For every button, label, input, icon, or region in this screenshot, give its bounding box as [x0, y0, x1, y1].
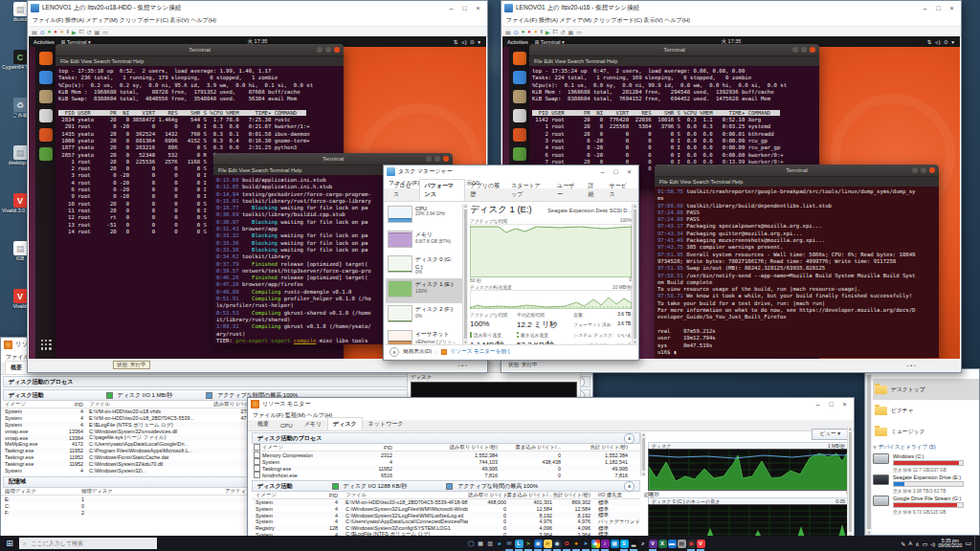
vm-right-titlebar[interactable]: LENOVO1 上の itsv20-u16 - 仮想マシン接続 – □ × — [501, 1, 961, 14]
hidden-icons-chevron[interactable]: ∧ — [915, 540, 919, 547]
toolbar-icon[interactable]: ▶ — [546, 29, 550, 35]
vm-status-icons[interactable]: – ▪ ▫ — [457, 363, 467, 368]
terminal-build-right[interactable]: Terminal File Edit View Search Terminal … — [655, 165, 939, 358]
sidebar-performance-item[interactable]: イーサネット vEthernet (ブリッ... 送信: 304 受信: 24.… — [386, 328, 462, 344]
terminal-window-buttons[interactable] — [317, 47, 340, 53]
toolbar-icon[interactable]: ↺ — [561, 29, 566, 35]
process-column-headers[interactable]: イメージ PID 読み取り (バイト/秒) 書き込み (バイト/... 合計 (… — [252, 444, 640, 452]
tab-processes[interactable]: プロセス — [388, 179, 419, 201]
vm-left-menubar[interactable]: ファイル(F) 操作(A) メディア(M) クリップボード(C) 表示(V) ヘ… — [28, 14, 487, 26]
drive-item[interactable]: Seagate Expansion Drive (E:) 空き領域 3.08 T… — [873, 474, 979, 496]
fewer-details-button[interactable]: 簡易表示(D) — [403, 348, 432, 356]
task-manager-titlebar[interactable]: タスク マネージャー – □ × — [384, 165, 638, 178]
terminal-window-buttons[interactable] — [912, 167, 935, 173]
cmd-icon[interactable]: ▂ — [629, 536, 638, 551]
toolbar-icon[interactable]: ‖ — [541, 29, 543, 34]
firefox-dock-icon[interactable] — [39, 52, 53, 65]
taskbar-clock[interactable]: 5:35 pm09/06/2020 — [938, 539, 962, 549]
software-dock-icon[interactable] — [39, 128, 53, 142]
terminal-window-buttons[interactable] — [792, 47, 815, 53]
explorer-folder-item[interactable]: ピクチャ — [873, 400, 979, 421]
tab-cpu[interactable]: CPU — [275, 420, 299, 430]
select-all-checkbox[interactable] — [254, 444, 260, 451]
visual-studio-icon[interactable]: V — [648, 536, 657, 551]
toolbar-icon[interactable]: ▤ — [505, 29, 511, 35]
sidebar-performance-item[interactable]: ディスク 2 (F:) 0% — [386, 303, 462, 328]
table-row[interactable]: Memory Compression 2312 1,552,384 0 1,55… — [252, 452, 640, 458]
collapse-icon[interactable]: ∧ — [624, 433, 635, 444]
close-button[interactable]: × — [472, 2, 484, 13]
libreoffice-dock-icon[interactable] — [39, 109, 53, 122]
toolbar-icon[interactable]: ▭ — [576, 29, 582, 35]
explorer-folder-item[interactable]: ミュージック — [873, 421, 979, 442]
terminal-menubar[interactable]: File Edit View Search Terminal Help — [655, 177, 939, 187]
thunderbird-dock-icon[interactable] — [513, 71, 526, 84]
files-dock-icon[interactable] — [513, 90, 526, 103]
tab-services[interactable]: サービス — [604, 179, 635, 201]
toolbar-icon[interactable]: ⧠ — [79, 29, 84, 35]
minimize-button[interactable]: – — [919, 2, 931, 13]
opera-icon[interactable]: O — [562, 536, 571, 551]
minimize-button[interactable]: – — [445, 2, 457, 13]
edge-icon[interactable]: e — [495, 536, 504, 551]
table-row[interactable]: System 4 744,103 438,438 1,182,541 — [252, 458, 640, 465]
taskbar-search[interactable]: ⌕ — [19, 538, 157, 549]
thunderbird-icon[interactable]: ➤ — [581, 536, 590, 551]
maximize-button[interactable]: □ — [932, 2, 945, 13]
toolbar-icon[interactable]: ● — [54, 29, 57, 34]
process-checkbox[interactable] — [254, 472, 260, 478]
show-applications-icon[interactable] — [39, 338, 53, 351]
toolbar-icon[interactable]: ▭ — [102, 29, 108, 35]
steam-icon[interactable]: ◉ — [552, 536, 562, 551]
minimize-button[interactable]: – — [596, 166, 609, 178]
toolbar-icon[interactable]: ▶ — [72, 29, 77, 35]
process-checkbox[interactable] — [254, 452, 260, 458]
table-row[interactable]: System 4 E:\VM-on-HDD\itsv20-u18_2BD704C… — [252, 499, 640, 506]
table-row[interactable]: System 4 C:\Users\ysato\AppData\Local\Co… — [252, 518, 640, 525]
toolbar-icon[interactable]: ⊙ — [40, 29, 45, 35]
mail-icon[interactable]: ✉ — [504, 536, 514, 551]
terminal-menubar[interactable]: File Edit View Search Terminal Help — [56, 56, 344, 66]
vm-right-menubar[interactable]: ファイル(F) 操作(A) メディア(M) クリップボード(C) 表示(V) ヘ… — [501, 14, 961, 26]
cortana-icon[interactable]: ◯ — [466, 536, 476, 551]
firefox-dock-icon[interactable] — [513, 52, 526, 65]
disk-activity-column-headers[interactable]: イメージ PID ファイル 読み取り (バイト/... 書き込み (バイト/..… — [252, 492, 640, 499]
main-scrollbar[interactable]: ∧∨ — [632, 204, 637, 344]
table-row[interactable]: System 4 C:\Windows\System32\LogFiles\WM… — [252, 512, 640, 518]
music-app-icon[interactable]: ♪ — [600, 536, 610, 551]
toolbar-icon[interactable]: ● — [522, 29, 525, 34]
action-center-icon[interactable]: ▭ — [965, 540, 971, 547]
store-icon[interactable]: ▥ — [485, 536, 495, 551]
tab-disk[interactable]: ディスク — [327, 417, 363, 430]
collapse-icon[interactable]: ∧ — [390, 347, 399, 357]
tab-app-history[interactable]: アプリの履歴 — [465, 179, 506, 201]
ubuntu-system-tray[interactable]: ⇅ ◃) ⊙ ▾ — [454, 39, 481, 45]
vivaldi-icon[interactable]: V — [696, 536, 705, 551]
software-dock-icon[interactable] — [513, 128, 526, 142]
open-resource-monitor-link[interactable]: リソース モニターを開く — [451, 348, 512, 356]
calendar-icon[interactable]: ▦ — [610, 536, 619, 551]
start-button[interactable]: ⊞ — [0, 536, 19, 551]
table-row[interactable]: System 4 C:\Windows\System32\LogFiles\WM… — [252, 506, 640, 513]
process-section-header[interactable]: ディスク活動のプロセス∧ — [252, 432, 640, 444]
activities-button[interactable]: Activities — [507, 39, 528, 45]
close-button[interactable]: × — [623, 166, 635, 178]
help-dock-icon[interactable] — [39, 147, 53, 161]
devices-header[interactable]: ∨ デバイスとドライブ (5) — [873, 444, 977, 452]
skype-icon[interactable]: S — [619, 536, 629, 551]
sidebar-performance-item[interactable]: ディスク 1 (E:) 100% — [386, 278, 462, 303]
minimize-button[interactable]: – — [812, 399, 824, 410]
files-dock-icon[interactable] — [39, 90, 53, 103]
excel-icon[interactable]: X — [657, 536, 667, 551]
table-row[interactable]: fontdrvhost.exe 6516 7,816 0 7,816 — [252, 472, 640, 478]
resmon-scrollbar[interactable]: ∧∨ — [847, 427, 853, 538]
terminal-icon[interactable]: ＞ — [523, 536, 533, 551]
toolbar-icon[interactable]: ↺ — [87, 29, 92, 35]
onedrive-icon[interactable]: ▬ — [667, 536, 677, 551]
close-button[interactable]: × — [946, 2, 958, 13]
table-row[interactable]: Taskmgr.exe 11952 49,995 0 49,995 — [252, 465, 640, 472]
maximize-button[interactable]: □ — [458, 2, 471, 13]
toolbar-icon[interactable]: ⊙ — [514, 29, 519, 35]
vm-status-icons[interactable]: – ▪ ▫ — [906, 363, 916, 368]
maximize-button[interactable]: □ — [825, 399, 837, 410]
